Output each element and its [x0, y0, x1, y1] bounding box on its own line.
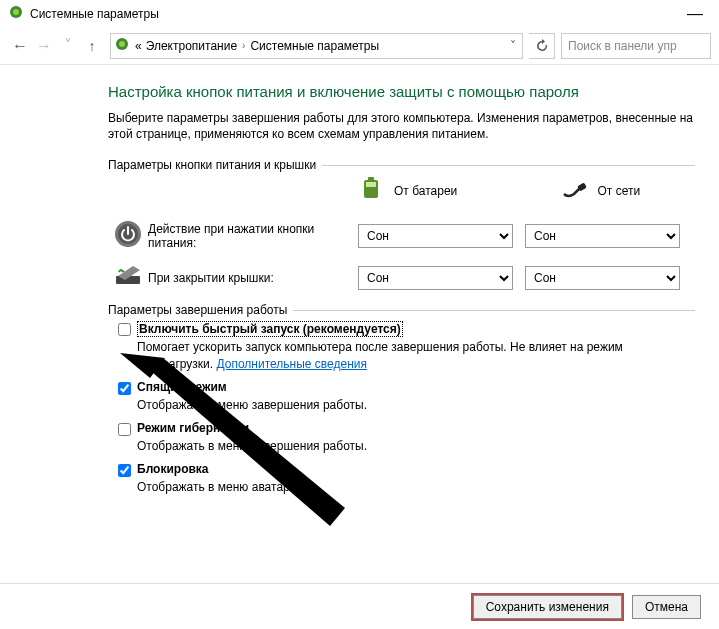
recent-dropdown[interactable]: ˅ — [56, 34, 80, 58]
more-info-link[interactable]: Дополнительные сведения — [216, 357, 366, 371]
sleep-desc: Отображать в меню завершения работы. — [137, 397, 695, 413]
breadcrumb-seg1[interactable]: Электропитание — [144, 39, 239, 53]
address-dropdown[interactable]: ˅ — [504, 39, 522, 53]
col-ac-label: От сети — [598, 184, 641, 198]
save-button[interactable]: Сохранить изменения — [473, 595, 622, 619]
power-button-battery-select[interactable]: Сон — [358, 224, 513, 248]
refresh-button[interactable] — [529, 33, 555, 59]
lid-battery-select[interactable]: Сон — [358, 266, 513, 290]
power-button-icon — [113, 219, 143, 252]
lock-checkbox[interactable] — [118, 464, 131, 477]
hibernate-checkbox[interactable] — [118, 423, 131, 436]
page-title: Настройка кнопок питания и включение защ… — [108, 83, 695, 100]
col-battery-label: От батареи — [394, 184, 457, 198]
fast-startup-label: Включить быстрый запуск (рекомендуется) — [137, 321, 403, 337]
breadcrumb-drive[interactable]: « — [133, 39, 144, 53]
drive-icon — [115, 36, 133, 55]
lid-close-label: При закрытии крышки: — [148, 271, 358, 285]
chevron-right-icon: › — [239, 40, 248, 51]
lock-label: Блокировка — [137, 462, 209, 476]
app-icon — [8, 4, 24, 23]
minimize-button[interactable]: — — [679, 5, 711, 23]
window-title: Системные параметры — [30, 7, 159, 21]
forward-button[interactable]: → — [32, 34, 56, 58]
sleep-label: Спящий режим — [137, 380, 227, 394]
section-power-buttons-title: Параметры кнопки питания и крышки — [108, 158, 322, 172]
lid-ac-select[interactable]: Сон — [525, 266, 680, 290]
fast-startup-desc: Помогает ускорить запуск компьютера посл… — [137, 339, 695, 371]
hibernate-desc: Отображать в меню завершения работы. — [137, 438, 695, 454]
up-button[interactable]: ↑ — [80, 34, 104, 58]
plug-icon — [562, 176, 588, 205]
svg-point-3 — [119, 41, 125, 47]
cancel-button[interactable]: Отмена — [632, 595, 701, 619]
search-input[interactable]: Поиск в панели упр — [561, 33, 711, 59]
search-placeholder: Поиск в панели упр — [568, 39, 677, 53]
svg-rect-5 — [368, 177, 374, 181]
page-intro: Выберите параметры завершения работы для… — [108, 110, 695, 142]
address-bar[interactable]: « Электропитание › Системные параметры ˅ — [110, 33, 523, 59]
svg-point-1 — [13, 9, 19, 15]
svg-rect-6 — [366, 182, 376, 187]
hibernate-label: Режим гибернации — [137, 421, 249, 435]
lock-desc: Отображать в меню аватара. — [137, 479, 695, 495]
section-shutdown-title: Параметры завершения работы — [108, 303, 293, 317]
power-button-action-label: Действие при нажатии кнопки питания: — [148, 222, 358, 250]
power-button-ac-select[interactable]: Сон — [525, 224, 680, 248]
breadcrumb-seg2[interactable]: Системные параметры — [248, 39, 381, 53]
sleep-checkbox[interactable] — [118, 382, 131, 395]
battery-icon — [358, 176, 384, 205]
back-button[interactable]: ← — [8, 34, 32, 58]
fast-startup-checkbox[interactable] — [118, 323, 131, 336]
lid-icon — [113, 264, 143, 291]
